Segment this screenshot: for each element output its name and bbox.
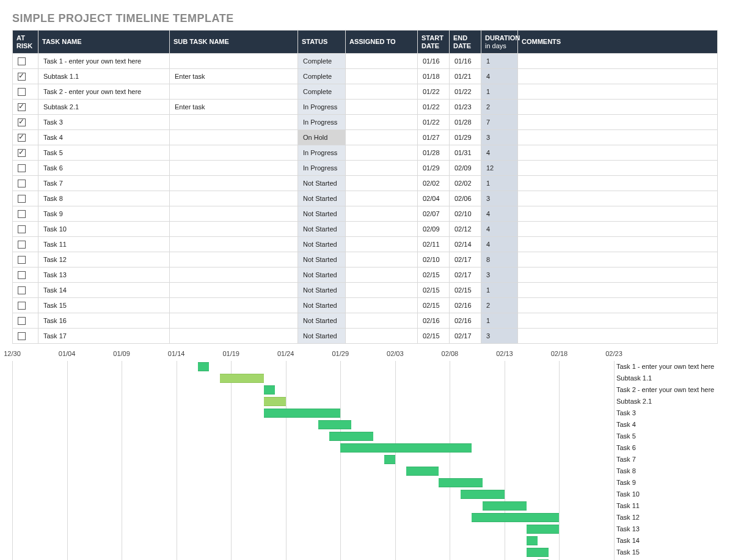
assigned-cell[interactable] xyxy=(346,222,418,237)
assigned-cell[interactable] xyxy=(346,161,418,176)
end-date-cell[interactable]: 02/17 xyxy=(450,252,481,267)
start-date-cell[interactable]: 02/02 xyxy=(418,176,450,191)
checkbox-icon[interactable] xyxy=(18,149,26,157)
task-name-cell[interactable]: Task 11 xyxy=(38,237,170,252)
subtask-name-cell[interactable] xyxy=(170,313,298,329)
comments-cell[interactable] xyxy=(518,267,718,283)
at-risk-cell[interactable] xyxy=(13,161,38,176)
task-name-cell[interactable]: Task 13 xyxy=(38,267,170,283)
assigned-cell[interactable] xyxy=(346,130,418,145)
status-cell[interactable]: Not Started xyxy=(298,252,346,267)
assigned-cell[interactable] xyxy=(346,206,418,222)
status-cell[interactable]: In Progress xyxy=(298,145,346,161)
checkbox-icon[interactable] xyxy=(18,73,26,81)
checkbox-icon[interactable] xyxy=(18,180,26,187)
gantt-bar[interactable] xyxy=(264,385,275,395)
at-risk-cell[interactable] xyxy=(13,206,38,222)
at-risk-cell[interactable] xyxy=(13,313,38,329)
task-name-cell[interactable]: Task 1 - enter your own text here xyxy=(38,54,170,69)
subtask-name-cell[interactable]: Enter task xyxy=(170,69,298,84)
end-date-cell[interactable]: 02/02 xyxy=(450,176,481,191)
status-cell[interactable]: Not Started xyxy=(298,237,346,252)
assigned-cell[interactable] xyxy=(346,69,418,84)
at-risk-cell[interactable] xyxy=(13,222,38,237)
task-name-cell[interactable]: Task 2 - enter your own text here xyxy=(38,84,170,100)
status-cell[interactable]: Not Started xyxy=(298,222,346,237)
comments-cell[interactable] xyxy=(518,115,718,130)
duration-cell[interactable]: 1 xyxy=(481,313,518,329)
status-cell[interactable]: Complete xyxy=(298,84,346,100)
duration-cell[interactable]: 2 xyxy=(481,100,518,115)
gantt-bar[interactable] xyxy=(340,443,472,453)
subtask-name-cell[interactable] xyxy=(170,283,298,298)
end-date-cell[interactable]: 02/12 xyxy=(450,222,481,237)
task-name-cell[interactable]: Task 10 xyxy=(38,222,170,237)
subtask-name-cell[interactable] xyxy=(170,206,298,222)
status-cell[interactable]: Not Started xyxy=(298,267,346,283)
start-date-cell[interactable]: 02/15 xyxy=(418,298,450,313)
subtask-name-cell[interactable] xyxy=(170,130,298,145)
checkbox-icon[interactable] xyxy=(18,134,26,142)
gantt-bar[interactable] xyxy=(264,397,286,406)
checkbox-icon[interactable] xyxy=(18,210,26,218)
status-cell[interactable]: Not Started xyxy=(298,329,346,344)
assigned-cell[interactable] xyxy=(346,115,418,130)
at-risk-cell[interactable] xyxy=(13,298,38,313)
assigned-cell[interactable] xyxy=(346,176,418,191)
subtask-name-cell[interactable] xyxy=(170,176,298,191)
start-date-cell[interactable]: 01/27 xyxy=(418,130,450,145)
comments-cell[interactable] xyxy=(518,100,718,115)
task-name-cell[interactable]: Subtask 2.1 xyxy=(38,100,170,115)
status-cell[interactable]: In Progress xyxy=(298,100,346,115)
duration-cell[interactable]: 1 xyxy=(481,283,518,298)
duration-cell[interactable]: 4 xyxy=(481,222,518,237)
end-date-cell[interactable]: 02/10 xyxy=(450,206,481,222)
gantt-bar[interactable] xyxy=(220,374,264,383)
comments-cell[interactable] xyxy=(518,145,718,161)
end-date-cell[interactable]: 02/17 xyxy=(450,329,481,344)
gantt-bar[interactable] xyxy=(384,455,395,464)
gantt-bar[interactable] xyxy=(472,513,559,522)
comments-cell[interactable] xyxy=(518,329,718,344)
subtask-name-cell[interactable]: Enter task xyxy=(170,100,298,115)
subtask-name-cell[interactable] xyxy=(170,54,298,69)
end-date-cell[interactable]: 01/31 xyxy=(450,145,481,161)
task-name-cell[interactable]: Task 3 xyxy=(38,115,170,130)
subtask-name-cell[interactable] xyxy=(170,222,298,237)
checkbox-icon[interactable] xyxy=(18,88,26,96)
end-date-cell[interactable]: 02/16 xyxy=(450,313,481,329)
duration-cell[interactable]: 4 xyxy=(481,237,518,252)
comments-cell[interactable] xyxy=(518,176,718,191)
task-name-cell[interactable]: Task 6 xyxy=(38,161,170,176)
at-risk-cell[interactable] xyxy=(13,69,38,84)
subtask-name-cell[interactable] xyxy=(170,237,298,252)
end-date-cell[interactable]: 02/14 xyxy=(450,237,481,252)
comments-cell[interactable] xyxy=(518,84,718,100)
start-date-cell[interactable]: 01/18 xyxy=(418,69,450,84)
gantt-bar[interactable] xyxy=(527,525,560,534)
task-name-cell[interactable]: Task 12 xyxy=(38,252,170,267)
checkbox-icon[interactable] xyxy=(18,302,26,310)
checkbox-icon[interactable] xyxy=(18,164,26,172)
comments-cell[interactable] xyxy=(518,54,718,69)
end-date-cell[interactable]: 02/16 xyxy=(450,298,481,313)
comments-cell[interactable] xyxy=(518,313,718,329)
subtask-name-cell[interactable] xyxy=(170,252,298,267)
duration-cell[interactable]: 4 xyxy=(481,145,518,161)
start-date-cell[interactable]: 01/29 xyxy=(418,161,450,176)
at-risk-cell[interactable] xyxy=(13,100,38,115)
comments-cell[interactable] xyxy=(518,298,718,313)
checkbox-icon[interactable] xyxy=(18,286,26,294)
start-date-cell[interactable]: 02/09 xyxy=(418,222,450,237)
comments-cell[interactable] xyxy=(518,206,718,222)
task-name-cell[interactable]: Task 16 xyxy=(38,313,170,329)
at-risk-cell[interactable] xyxy=(13,252,38,267)
start-date-cell[interactable]: 02/11 xyxy=(418,237,450,252)
duration-cell[interactable]: 4 xyxy=(481,206,518,222)
assigned-cell[interactable] xyxy=(346,54,418,69)
status-cell[interactable]: Complete xyxy=(298,69,346,84)
start-date-cell[interactable]: 01/22 xyxy=(418,100,450,115)
status-cell[interactable]: In Progress xyxy=(298,161,346,176)
task-name-cell[interactable]: Task 9 xyxy=(38,206,170,222)
end-date-cell[interactable]: 02/15 xyxy=(450,283,481,298)
